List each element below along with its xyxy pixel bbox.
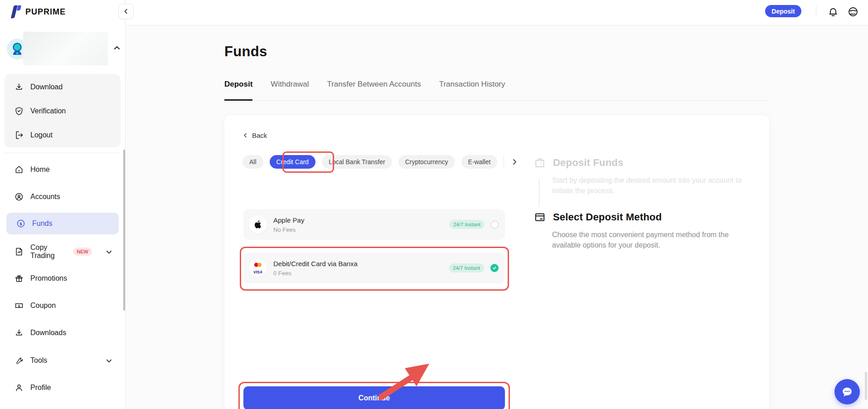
step-deposit-funds: c Deposit Funds Start by depositing the …	[534, 157, 747, 196]
sidebar-item-label: Downloads	[30, 329, 66, 337]
new-badge: NEW	[73, 248, 92, 256]
deposit-funds-step-icon: c	[534, 157, 546, 169]
svg-text:$: $	[19, 221, 22, 226]
deposit-card: Back All Credit Card Local Bank Transfer…	[224, 115, 769, 409]
svg-text:VISA: VISA	[253, 269, 262, 274]
sidebar-item-home[interactable]: Home	[5, 159, 121, 180]
sidebar-item-download[interactable]: Download	[5, 76, 121, 98]
instant-badge: 24/7 Instant	[449, 263, 484, 273]
filter-chip-all[interactable]: All	[242, 155, 263, 169]
step-title: Deposit Funds	[553, 157, 623, 169]
sidebar-item-label: Tools	[30, 356, 47, 365]
sidebar-item-label: Download	[30, 83, 63, 91]
tab-transaction-history[interactable]: Transaction History	[439, 74, 505, 100]
apple-pay-icon	[249, 215, 267, 234]
sidebar: PUPRIME Download Verification Logout	[0, 0, 126, 409]
tab-deposit[interactable]: Deposit	[224, 74, 252, 100]
robot-avatar-icon	[10, 41, 25, 57]
main-content: Funds Deposit Withdrawal Transfer Betwee…	[126, 25, 868, 409]
sidebar-item-label: Logout	[30, 131, 53, 139]
sidebar-item-label: Home	[30, 166, 50, 174]
tab-transfer-between-accounts[interactable]: Transfer Between Accounts	[327, 74, 421, 100]
copy-trading-icon	[15, 247, 24, 256]
chips-scroll-right-icon[interactable]	[509, 156, 520, 168]
continue-button[interactable]: Continue	[243, 386, 505, 409]
instant-badge: 24/7 Instant	[449, 220, 485, 229]
chevron-up-icon[interactable]	[112, 43, 122, 54]
coupon-icon: $	[15, 301, 24, 310]
home-icon	[15, 165, 24, 174]
radio-unselected-icon[interactable]	[491, 221, 499, 229]
filter-chip-credit-card[interactable]: Credit Card	[270, 155, 316, 169]
method-row-banxa[interactable]: VISA Debit/Credit Card via Banxa 0 Fees …	[243, 253, 505, 283]
funds-tabs: Deposit Withdrawal Transfer Between Acco…	[224, 74, 769, 101]
svg-text:c: c	[540, 161, 543, 165]
notifications-bell-icon[interactable]	[827, 5, 839, 18]
chat-widget-button[interactable]	[834, 379, 860, 404]
sidebar-item-promotions[interactable]: Promotions	[5, 268, 121, 289]
gift-icon	[15, 274, 24, 283]
sidebar-scrollbar[interactable]	[123, 150, 125, 311]
sidebar-item-coupon[interactable]: $ Coupon	[5, 295, 121, 316]
chevron-left-icon	[123, 8, 129, 15]
language-globe-icon[interactable]	[847, 5, 859, 18]
profile-icon	[15, 383, 24, 392]
tools-icon	[15, 356, 24, 365]
back-button[interactable]: Back	[242, 131, 267, 139]
method-name: Apple Pay	[273, 216, 304, 224]
sidebar-item-logout[interactable]: Logout	[5, 124, 121, 146]
page-scrollbar[interactable]	[865, 372, 867, 400]
chat-icon	[840, 385, 854, 399]
sidebar-item-accounts[interactable]: Accounts	[5, 186, 121, 208]
step-description: Start by depositing the desired amount i…	[552, 175, 746, 196]
radio-selected-check-icon[interactable]	[490, 264, 499, 272]
method-fees: No Fees	[273, 226, 304, 233]
sidebar-item-tools[interactable]: Tools	[5, 350, 121, 371]
downloads-icon	[15, 328, 24, 337]
sidebar-item-label: Coupon	[30, 302, 56, 310]
filter-chip-local-bank-transfer[interactable]: Local Bank Transfer	[322, 155, 392, 169]
method-fees: 0 Fees	[273, 270, 358, 277]
page-title: Funds	[224, 44, 267, 60]
header-vertical-divider	[816, 6, 816, 17]
tab-withdrawal[interactable]: Withdrawal	[271, 74, 309, 100]
payment-filter-chips: All Credit Card Local Bank Transfer Cryp…	[242, 155, 520, 169]
shield-check-icon	[15, 107, 24, 116]
back-label: Back	[252, 131, 267, 139]
funds-icon: $	[16, 219, 25, 228]
select-method-step-icon	[534, 211, 546, 223]
sidebar-item-label: Accounts	[30, 193, 60, 201]
username-skeleton	[23, 32, 108, 65]
sidebar-item-profile[interactable]: Profile	[5, 377, 121, 399]
mastercard-visa-icon: VISA	[249, 259, 267, 277]
download-icon	[15, 83, 24, 92]
step-connector-line	[539, 179, 539, 207]
filter-chip-e-wallet[interactable]: E-wallet	[461, 155, 498, 169]
header-deposit-button[interactable]: Deposit	[765, 5, 801, 17]
step-select-deposit-method: Select Deposit Method Choose the most co…	[534, 211, 747, 250]
sidebar-item-label: Copy Trading	[30, 243, 68, 260]
brand-name: PUPRIME	[25, 7, 66, 17]
sidebar-divider	[5, 153, 121, 153]
chevron-left-icon	[242, 132, 248, 138]
chevron-down-icon[interactable]	[106, 248, 112, 255]
sidebar-collapse-button[interactable]	[118, 4, 134, 19]
puprime-logo-icon	[6, 5, 22, 19]
svg-text:$: $	[18, 304, 20, 308]
chevron-down-icon[interactable]	[106, 357, 112, 364]
sidebar-item-downloads[interactable]: Downloads	[5, 322, 121, 344]
step-description: Choose the most convenient payment metho…	[552, 229, 747, 250]
chips-divider	[504, 156, 504, 168]
sidebar-item-verification[interactable]: Verification	[5, 100, 121, 122]
logout-icon	[15, 131, 24, 140]
sidebar-item-label: Promotions	[30, 274, 67, 282]
sidebar-item-funds[interactable]: $ Funds	[6, 213, 119, 234]
sidebar-item-copy-trading[interactable]: Copy Trading NEW	[5, 241, 121, 263]
step-title: Select Deposit Method	[553, 211, 662, 223]
filter-chip-cryptocurrency[interactable]: Cryptocurrency	[398, 155, 455, 169]
method-row-apple-pay[interactable]: Apple Pay No Fees 24/7 Instant	[243, 209, 505, 240]
sidebar-item-label: Funds	[32, 219, 52, 228]
sidebar-item-label: Verification	[30, 107, 66, 115]
brand-logo[interactable]: PUPRIME	[6, 5, 66, 19]
accounts-icon	[15, 192, 24, 201]
